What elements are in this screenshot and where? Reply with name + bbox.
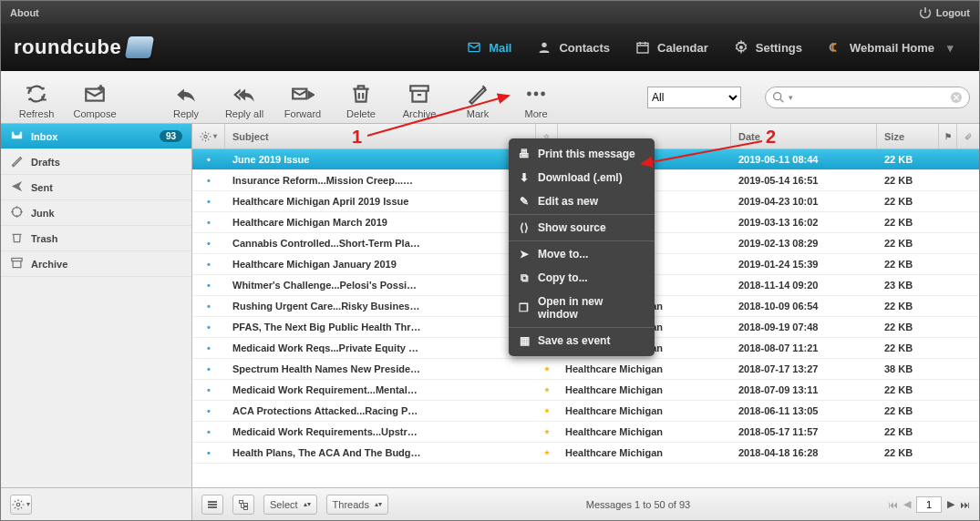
- msg-subject: Medicaid Work Requirement...Mental…: [225, 384, 536, 395]
- archive-button[interactable]: Archive: [393, 76, 446, 119]
- msg-date: 2018-10-09 06:54: [731, 301, 877, 312]
- more-button[interactable]: More: [510, 76, 562, 119]
- msg-date: 2019-05-14 16:51: [731, 175, 877, 186]
- mark-button[interactable]: Mark: [451, 76, 504, 119]
- msg-subject: Rushing Urgent Care...Risky Busines…: [225, 301, 536, 312]
- msg-date: 2018-05-17 11:57: [731, 426, 877, 437]
- msg-subject: Medicaid Work Reqs...Private Equity …: [225, 342, 536, 353]
- folder-junk[interactable]: Junk: [1, 200, 191, 226]
- trash-icon: [10, 230, 24, 246]
- msg-date: 2019-04-23 10:01: [731, 196, 877, 207]
- junk-icon: [10, 205, 24, 220]
- list-view-button[interactable]: [201, 495, 223, 515]
- folder-inbox[interactable]: Inbox93: [1, 124, 191, 149]
- sidebar-settings-button[interactable]: ▾: [10, 495, 32, 515]
- col-attachment[interactable]: [957, 124, 979, 148]
- reply-all-button[interactable]: Reply all: [218, 76, 271, 119]
- msg-date: 2018-09-19 07:48: [731, 322, 877, 332]
- folder-trash[interactable]: Trash: [1, 226, 191, 251]
- msg-size: 22 KB: [877, 259, 939, 270]
- compose-button[interactable]: Compose: [68, 76, 121, 119]
- msg-from: Healthcare Michigan: [558, 447, 731, 458]
- logout-link[interactable]: Logout: [918, 5, 970, 20]
- svg-rect-16: [208, 501, 217, 503]
- gear-icon: [734, 40, 748, 55]
- msg-size: 22 KB: [877, 342, 939, 353]
- forward-icon: [291, 82, 315, 106]
- filter-select[interactable]: All: [647, 87, 741, 108]
- msg-size: 22 KB: [877, 426, 939, 437]
- message-row[interactable]: • Spectrum Health Names New Preside… Hea…: [192, 359, 979, 380]
- archive-icon: [10, 256, 24, 271]
- forward-button[interactable]: Forward: [276, 76, 329, 119]
- cp-icon: [828, 40, 842, 55]
- message-row[interactable]: • Health Plans, The ACA And The Budg… He…: [192, 443, 979, 464]
- about-link[interactable]: About: [10, 7, 39, 18]
- nav-settings[interactable]: Settings: [721, 24, 815, 71]
- nav-contacts[interactable]: Contacts: [524, 24, 623, 71]
- clear-search-icon[interactable]: [949, 90, 964, 105]
- menu-copy-to[interactable]: ⧉Copy to...: [509, 266, 655, 290]
- msg-subject: Insurance Reform...Mission Creep...…: [225, 175, 536, 186]
- msg-size: 23 KB: [877, 280, 939, 291]
- select-menu[interactable]: Select▴▾: [263, 495, 317, 515]
- menu-download-eml[interactable]: ⬇Download (.eml): [509, 166, 655, 189]
- col-size[interactable]: Size: [877, 124, 939, 148]
- msg-subject: Healthcare Michigan April 2019 Issue: [225, 196, 536, 207]
- svg-rect-20: [244, 503, 248, 506]
- search-input[interactable]: [796, 91, 949, 104]
- nav-mail[interactable]: Mail: [454, 24, 524, 71]
- delete-button[interactable]: Delete: [335, 76, 387, 119]
- pager-first[interactable]: ⏮: [888, 499, 898, 510]
- nav-calendar[interactable]: Calendar: [623, 24, 721, 71]
- message-row[interactable]: • ACA Protections Attacked...Racing P… H…: [192, 401, 979, 422]
- thread-view-button[interactable]: [232, 495, 254, 515]
- mark-icon: [466, 82, 490, 106]
- msg-date: 2019-01-24 15:39: [731, 259, 877, 270]
- folder-archive[interactable]: Archive: [1, 251, 191, 277]
- msg-subject: PFAS, The Next Big Public Health Thr…: [225, 322, 536, 332]
- star-icon[interactable]: [536, 404, 558, 417]
- threads-menu[interactable]: Threads▴▾: [326, 495, 388, 515]
- pager-input[interactable]: [916, 496, 942, 513]
- msg-date: 2018-07-17 13:27: [731, 363, 877, 374]
- folder-sent[interactable]: Sent: [1, 175, 191, 200]
- pager-next[interactable]: ▶: [947, 498, 954, 510]
- archive-icon: [407, 82, 431, 106]
- svg-rect-21: [244, 506, 248, 509]
- compose-icon: [83, 82, 107, 106]
- reply-button[interactable]: Reply: [160, 76, 212, 119]
- menu-print[interactable]: 🖶Print this message: [509, 142, 655, 166]
- pager-prev[interactable]: ◀: [903, 498, 911, 510]
- msg-subject: ACA Protections Attacked...Racing P…: [225, 405, 536, 416]
- col-date[interactable]: Date: [731, 124, 877, 148]
- menu-save-event[interactable]: ▦Save as event: [509, 329, 655, 352]
- menu-edit-as-new[interactable]: ✎Edit as new: [509, 189, 655, 213]
- folder-drafts[interactable]: Drafts: [1, 149, 191, 175]
- star-icon[interactable]: [536, 425, 558, 438]
- col-subject[interactable]: Subject: [225, 124, 536, 148]
- svg-point-9: [541, 91, 545, 96]
- msg-subject: June 2019 Issue: [225, 154, 536, 165]
- svg-point-10: [774, 92, 781, 99]
- folder-badge: 93: [160, 130, 182, 142]
- search-box[interactable]: ▾: [765, 87, 970, 108]
- message-row[interactable]: • Medicaid Work Requirements...Upstr… He…: [192, 422, 979, 443]
- pager-last[interactable]: ⏭: [960, 499, 970, 510]
- menu-open-new-window[interactable]: ❐Open in new window: [509, 290, 655, 326]
- trash-icon: [349, 82, 373, 106]
- message-row[interactable]: • Medicaid Work Requirement...Mental… He…: [192, 380, 979, 401]
- msg-date: 2018-06-11 13:05: [731, 405, 877, 416]
- list-options-icon[interactable]: [200, 130, 211, 143]
- menu-show-source[interactable]: ⟨⟩Show source: [509, 216, 655, 240]
- svg-point-3: [739, 46, 743, 49]
- msg-subject: Health Plans, The ACA And The Budg…: [225, 447, 536, 458]
- star-icon[interactable]: [536, 363, 558, 375]
- star-icon[interactable]: [536, 446, 558, 459]
- menu-move-to[interactable]: ➤Move to...: [509, 242, 655, 266]
- refresh-button[interactable]: Refresh: [10, 76, 63, 119]
- col-flag[interactable]: ⚑: [939, 124, 957, 148]
- star-icon[interactable]: [536, 383, 558, 396]
- nav-webmail-home[interactable]: Webmail Home ▾: [815, 24, 966, 71]
- msg-date: 2018-08-07 11:21: [731, 342, 877, 353]
